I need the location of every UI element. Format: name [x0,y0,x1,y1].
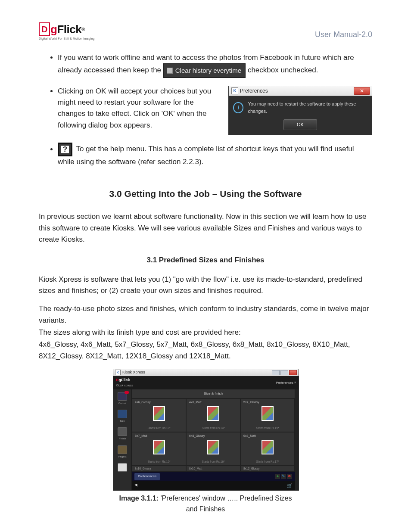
side-size[interactable]: Size [118,410,127,423]
size-cell[interactable]: 4x6_GlossyStarts from Rs.10* [132,398,186,432]
doc-title: User Manual-2.0 [315,22,372,39]
brand-logo: DgFlick® Digital World For Still & Motio… [39,22,95,40]
edit-icon[interactable]: ✎ [281,474,286,479]
checkbox-icon [167,68,173,74]
help-icon: ? [58,143,72,156]
para-3: The sizes along with its finish type and… [39,327,372,338]
para-2: The ready-to-use photo sizes and finishe… [39,303,372,326]
size-cell[interactable]: 4x6_MattStarts from Rs.14* [186,398,240,432]
logo-reg-icon: ® [81,27,85,32]
para-4: 4x6_Glossy, 4x6_Matt, 5x7_Glossy, 5x7_Ma… [39,339,372,362]
size-cell[interactable]: 5x7_MattStarts from Rs.15* [132,432,186,466]
page-header: DgFlick® Digital World For Still & Motio… [39,22,372,40]
para-1: Kiosk Xpress is software that lets you (… [39,274,372,297]
ok-button[interactable]: OK [283,119,317,130]
sw-app-icon: K [115,370,121,375]
software-window: K Kiosk Xpress DgFlick Kiosk xpress Pref… [113,369,299,491]
mini-toolbar: ＋ ✎ ✖ [275,474,292,479]
software-figure: K Kiosk Xpress DgFlick Kiosk xpress Pref… [113,369,298,515]
maximize-button[interactable] [280,370,288,375]
chip-label: Clear history everytime [175,65,241,75]
side-output[interactable]: Output [118,392,127,405]
sw-logo: DgFlick [116,377,133,383]
minimize-button[interactable] [272,370,280,375]
content: If you want to work offline and want to … [39,52,372,515]
size-cell-partial[interactable]: 8x10_Glossy [132,466,186,472]
thumb-icon [153,440,165,454]
sw-sidebar: Output Size Finish Project [113,389,132,490]
window-close-button[interactable] [289,370,297,375]
preferences-button[interactable]: Preferences [134,473,160,480]
scrollbar[interactable] [295,389,299,490]
delete-icon[interactable]: ✖ [287,474,292,479]
app-small-icon: K [231,87,238,94]
sw-titlebar: K Kiosk Xpress [113,369,299,376]
clear-history-checkbox-chip: Clear history everytime [163,63,246,78]
partial-row: 8x10_Glossy 8x10_Matt 8x12_Glossy [132,466,295,472]
bullet1-post: checkbox unchecked. [248,66,318,74]
dialog-title: Preferences [240,87,268,95]
window-controls [272,370,297,375]
bullet-item-1: If you want to work offline and want to … [58,52,372,78]
page: DgFlick® Digital World For Still & Motio… [0,0,411,532]
size-cell[interactable]: 5x7_GlossyStarts from Rs.15* [240,398,295,432]
size-cell[interactable]: 6x8_GlossyStarts from Rs.16* [186,432,240,466]
sw-footer: ⯇ 🛒 [132,481,295,491]
board-title: Size & finish [132,389,295,398]
size-cell[interactable]: 6x8_MattStarts from Rs.17* [240,432,295,466]
bullet3-text: To get the help menu. This has a complet… [58,145,354,166]
section-intro: In previous section we learnt about soft… [39,211,372,245]
caption-label: Image 3.1.1: [119,495,159,502]
thumb-icon [262,440,274,454]
side-finish[interactable]: Finish [118,427,127,441]
preferences-dialog: K Preferences ✕ i You may need to restar… [228,86,372,135]
logo-d-icon: D [39,22,50,36]
dialog-titlebar: K Preferences ✕ [229,86,372,96]
bullet-item-2: Clicking on OK will accept your choices … [58,86,372,135]
size-cell-partial[interactable]: 8x12_Glossy [240,466,295,472]
info-icon: i [233,102,243,113]
thumb-icon [207,440,219,454]
subsection-heading: 3.1 Predefined Sizes and Finishes [39,255,372,266]
caption-text: 'Preferences' window ….. Predefined Size… [159,495,292,513]
sw-bottom-bar: Preferences ＋ ✎ ✖ [132,472,295,481]
sw-brand-sub: Kiosk xpress [116,383,133,388]
dialog-message: You may need to restart the software to … [248,100,367,115]
question-mark-icon: ? [61,145,69,154]
back-arrow-icon[interactable]: ⯇ [134,483,138,488]
sw-topbar: DgFlick Kiosk xpress Preferences ? [113,376,299,389]
add-icon[interactable]: ＋ [275,474,280,479]
logo-tagline: Digital World For Still & Motion Imaging [39,37,95,40]
side-project[interactable]: Project [118,445,127,459]
size-cell-partial[interactable]: 8x10_Matt [186,466,240,472]
side-doc[interactable] [118,463,127,472]
cart-icon[interactable]: 🛒 [287,482,292,489]
sw-top-right[interactable]: Preferences ? [276,380,296,386]
close-button[interactable]: ✕ [354,87,370,95]
size-grid: 4x6_GlossyStarts from Rs.10* 4x6_MattSta… [132,398,295,466]
thumb-icon [262,406,274,421]
sw-title: Kiosk Xpress [122,370,145,376]
thumb-icon [207,406,219,421]
thumb-icon [153,406,165,421]
figure-caption: Image 3.1.1: 'Preferences' window ….. Pr… [113,493,298,515]
sw-board: Size & finish 4x6_GlossyStarts from Rs.1… [132,389,295,490]
logo-g: g [50,23,57,36]
section-heading: 3.0 Getting Into the Job – Using the Sof… [39,187,372,201]
bullet2-text: Clicking on OK will accept your choices … [58,86,216,131]
logo-text: Flick [57,23,81,36]
bullet-list: If you want to work offline and want to … [39,52,372,168]
bullet-item-3: ? To get the help menu. This has a compl… [58,143,372,168]
